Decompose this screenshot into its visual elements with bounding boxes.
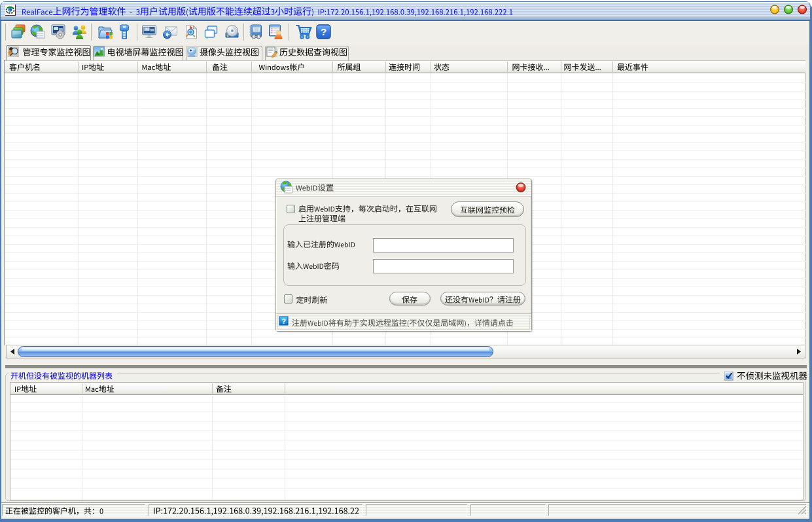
svg-text:?: ? [281,317,286,325]
